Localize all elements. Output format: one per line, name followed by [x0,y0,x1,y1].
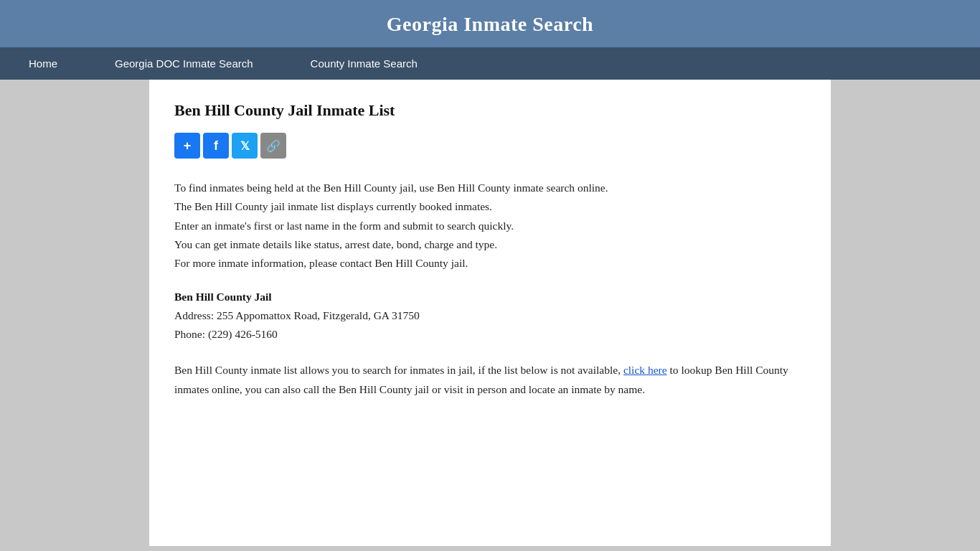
intro-line-1: To find inmates being held at the Ben Hi… [174,179,806,197]
site-title: Georgia Inmate Search [387,13,593,35]
facebook-icon: f [214,138,218,154]
intro-line-2: The Ben Hill County jail inmate list dis… [174,197,806,216]
twitter-button[interactable]: 𝕏 [232,133,258,159]
share-icon: + [184,138,192,154]
nav-doc-search[interactable]: Georgia DOC Inmate Search [86,47,282,80]
nav-home[interactable]: Home [0,47,86,80]
copy-link-icon: 🔗 [266,139,281,153]
share-buttons: + f 𝕏 🔗 [174,133,806,159]
intro-line-3: Enter an inmate's first or last name in … [174,217,806,235]
left-sidebar [0,80,149,546]
click-here-link[interactable]: click here [623,364,667,376]
jail-info: Ben Hill County Jail Address: 255 Appoma… [174,291,806,344]
address-label: Address: [174,309,217,321]
content-area: Ben Hill County Jail Inmate List + f 𝕏 🔗 [149,80,831,546]
facebook-button[interactable]: f [203,133,229,159]
main-layout: Ben Hill County Jail Inmate List + f 𝕏 🔗 [0,80,980,546]
nav-county-search[interactable]: County Inmate Search [282,47,446,80]
twitter-icon: 𝕏 [240,139,250,153]
phone-label: Phone: [174,328,208,340]
intro-line-4: You can get inmate details like status, … [174,235,806,254]
intro-line-5: For more inmate information, please cont… [174,254,806,273]
intro-text: To find inmates being held at the Ben Hi… [174,179,806,273]
right-sidebar [831,80,980,546]
jail-name: Ben Hill County Jail [174,291,806,303]
page-heading: Ben Hill County Jail Inmate List [174,101,806,120]
footer-before-link: Ben Hill County inmate list allows you t… [174,364,623,376]
app-wrapper: Georgia Inmate Search Home Georgia DOC I… [0,0,980,551]
copy-link-button[interactable]: 🔗 [260,133,286,159]
phone-value: (229) 426-5160 [208,328,278,340]
site-header: Georgia Inmate Search [0,0,980,47]
address-value: 255 Appomattox Road, Fitzgerald, GA 3175… [217,309,420,321]
footer-text: Ben Hill County inmate list allows you t… [174,361,806,399]
share-button[interactable]: + [174,133,200,159]
jail-address: Address: 255 Appomattox Road, Fitzgerald… [174,306,806,325]
nav-bar: Home Georgia DOC Inmate Search County In… [0,47,980,80]
jail-phone: Phone: (229) 426-5160 [174,325,806,344]
